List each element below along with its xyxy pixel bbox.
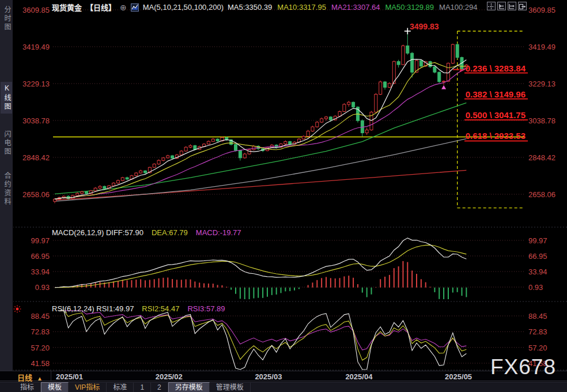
divider <box>51 371 51 381</box>
period-label: 日线 <box>17 374 32 382</box>
rsi-label-row: RSI(6,12,24) RSI1:49.97RSI2:54.47RSI3:57… <box>52 304 225 313</box>
chart-canvas[interactable] <box>0 0 567 392</box>
toolbar-item-5[interactable]: 1 <box>134 383 151 392</box>
peak-price-label: 3499.83 <box>410 22 439 31</box>
toolbar-item-7[interactable]: 另存模板 <box>168 382 210 392</box>
ma-params-label: MA(5,10,21,50,100,200) <box>143 3 224 12</box>
x-axis-month-label: 2025/04 <box>345 372 372 381</box>
indicator-value-label: RSI2:54.47 <box>142 304 179 313</box>
ma-value-label: MA21:3307.64 <box>331 3 380 12</box>
x-axis-row: 日线▲ 2025/012025/022025/032025/042025/05 <box>0 371 567 381</box>
macd-axis-label: 99.97 <box>14 236 50 245</box>
ma-value-label: MA5:3350.39 <box>228 3 272 12</box>
fib-level-label: 0.236 \ 3283.84 <box>462 63 526 73</box>
indicator-value-label: RSI(6,12,24) RSI1:49.97 <box>52 304 134 313</box>
fib-level-label: 0.500 \ 3041.75 <box>462 110 526 120</box>
indicator-value-label: DEA:67.79 <box>152 228 188 237</box>
rsi-axis-label: 72.83 <box>528 327 547 336</box>
x-axis-month-label: 2025/01 <box>56 372 83 381</box>
ma-value-label: MA50:3129.89 <box>385 3 434 12</box>
ma-values: MA5:3350.39MA10:3317.95MA21:3307.64MA50:… <box>228 3 483 12</box>
x-axis-month-label: 2025/05 <box>445 372 472 381</box>
app-window: 分时图K线图闪电图合约资料 现货黄金 【日线】 ⊕ MA(5,10,21,50,… <box>0 0 567 392</box>
price-axis-label: 3038.78 <box>14 116 50 125</box>
chevron-up-icon: ▲ <box>37 375 43 382</box>
indicator-value-label: MACD(26,12,9) DIFF:57.90 <box>52 228 143 237</box>
scale-right-icon[interactable] <box>508 2 516 10</box>
popout-icon[interactable] <box>518 2 527 10</box>
price-axis-label: 3609.85 <box>528 6 555 14</box>
price-axis-label: 3609.85 <box>14 6 50 14</box>
period-tag: 【日线】 <box>86 2 116 13</box>
indicator-value-label: RSI3:57.89 <box>187 304 225 313</box>
price-axis-label: 3229.13 <box>528 80 555 88</box>
ma-value-label: MA10:3317.95 <box>277 3 326 12</box>
sidebar-item-2[interactable]: K线图 <box>1 82 12 114</box>
toolbar-item-4[interactable]: 标准 <box>107 383 134 392</box>
macd-axis-label: 66.95 <box>14 252 50 261</box>
kline-mini-icon[interactable] <box>131 3 139 12</box>
symbol-title: 现货黄金 <box>52 2 82 13</box>
price-axis-label: 2658.06 <box>14 190 50 199</box>
macd-label-row: MACD(26,12,9) DIFF:57.90DEA:67.79MACD:-1… <box>52 228 241 237</box>
x-axis-month-label: 2025/03 <box>255 372 282 381</box>
price-axis-label: 2848.42 <box>528 153 555 161</box>
toolbar-item-8[interactable]: 管理模板 <box>210 383 251 392</box>
price-axis-label: 2848.42 <box>14 153 50 161</box>
sidebar-item-4[interactable]: 合约资料 <box>1 169 12 209</box>
left-sidebar: 分时图K线图闪电图合约资料 <box>0 0 13 371</box>
fib-level-label: 0.382 \ 3149.96 <box>462 89 526 99</box>
toolbar-item-3[interactable]: VIP指标 <box>69 383 107 392</box>
macd-axis-label: 0.93 <box>14 283 50 292</box>
bottom-toolbar: 指标模板VIP指标标准12另存模板管理模板 <box>0 382 567 392</box>
rsi-axis-label: 88.45 <box>14 312 50 321</box>
ma-value-label: MA100:294 <box>439 3 478 12</box>
window-toolbar <box>485 2 527 10</box>
sidebar-item-1[interactable]: 分时图 <box>1 3 12 34</box>
price-axis-label: 3419.49 <box>528 43 555 51</box>
sidebar-item-3[interactable]: 闪电图 <box>1 128 12 159</box>
indicator-value-label: MACD:-19.77 <box>196 228 241 237</box>
x-axis-month-label: 2025/02 <box>156 372 183 381</box>
macd-axis-label: 0.93 <box>528 283 543 292</box>
toolbar-item-2[interactable]: 模板 <box>41 382 69 392</box>
fib-level-label: 0.618 \ 2933.53 <box>462 131 526 141</box>
pan-icon[interactable] <box>487 2 496 10</box>
macd-axis-label: 33.94 <box>14 267 50 276</box>
price-axis-label: 3229.13 <box>14 80 50 88</box>
rsi-axis-label: 88.45 <box>528 312 547 321</box>
macd-axis-label: 99.97 <box>528 236 547 245</box>
price-axis-label: 3419.49 <box>14 43 50 51</box>
scale-left-icon[interactable] <box>497 2 506 10</box>
rsi-axis-label: 57.20 <box>528 343 547 352</box>
rsi-axis-label: 57.20 <box>14 343 50 352</box>
macd-axis-label: 66.95 <box>528 252 547 261</box>
toolbar-item-6[interactable]: 2 <box>151 383 168 392</box>
macd-axis-label: 33.94 <box>528 267 547 276</box>
collapse-icon[interactable]: ⊕ <box>120 3 127 12</box>
watermark: FX678 <box>490 355 556 379</box>
rsi-axis-label: 72.83 <box>14 327 50 336</box>
price-axis-label: 3038.78 <box>528 116 555 125</box>
toolbar-item-1[interactable]: 指标 <box>14 383 41 392</box>
price-axis-label: 2658.06 <box>528 190 555 199</box>
chart-header: 现货黄金 【日线】 ⊕ MA(5,10,21,50,100,200) MA5:3… <box>52 2 483 13</box>
rsi-axis-label: 41.58 <box>14 359 50 368</box>
